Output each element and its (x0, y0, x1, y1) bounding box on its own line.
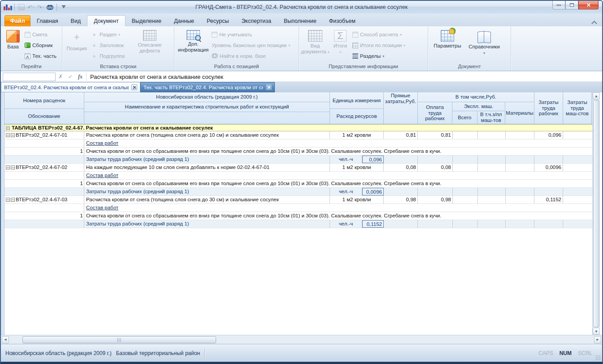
section-button: +Раздел▾ (89, 30, 134, 39)
position-row[interactable]: −−ВТЕРтэ02_02.4-67-02 На каждые последую… (4, 164, 592, 172)
status-bar: Новосибирская область (редакция 2009 г.)… (1, 344, 602, 362)
resource-row[interactable]: Затраты труда рабочих (средний разряд 1)… (4, 188, 592, 196)
doc-tab-estimate[interactable]: ВТЕРтэ02_02.4. Расчистка кровли от снега… (1, 82, 140, 92)
doc-tab-tech-part[interactable]: Тех. часть ВТЕРтэ02_02.4. Расчистка кров… (140, 82, 275, 92)
chevron-down-icon: ▾ (288, 43, 290, 48)
header-col-numbers[interactable]: Номера расценок Обоснование (4, 92, 84, 124)
tab-vid[interactable]: Вид (65, 15, 87, 26)
app-logo-icon[interactable] (4, 3, 12, 11)
tab-dokument[interactable]: Документ (87, 15, 125, 26)
header-col-labor-machinists[interactable]: Затраты труда маш-стов (563, 92, 592, 124)
vertical-scrollbar[interactable]: ▲ ▼ (592, 92, 600, 335)
resource-row[interactable]: Затраты труда рабочих (средний разряд 1)… (4, 156, 592, 164)
tab-vydelenie[interactable]: Выделение (126, 15, 168, 26)
function-button[interactable]: fx (75, 73, 85, 81)
tab-resursy[interactable]: Ресурсы (200, 15, 235, 26)
resource-qty-cell[interactable]: 0,096 (362, 156, 384, 163)
tab-file[interactable]: Файл (4, 15, 30, 26)
chevron-down-icon: ▾ (42, 5, 44, 9)
direct-costs-value: 0,98 (384, 196, 418, 204)
status-district: Базовый территориальный район (116, 350, 205, 356)
tab-ekspertiza[interactable]: Экспертиза (235, 15, 278, 26)
horizontal-scroll-thumb[interactable]: ||| (22, 336, 216, 343)
work-text-row: 1 Очистка кровли от снега со сбрасывание… (4, 212, 592, 220)
collapse-icon[interactable]: − (6, 198, 10, 202)
parameters-button[interactable]: Параметры (430, 28, 465, 62)
name-box-input[interactable] (3, 73, 56, 81)
minimize-button[interactable] (552, 1, 565, 9)
scroll-right-button[interactable]: ► (594, 336, 601, 343)
close-tab-icon[interactable] (266, 84, 272, 90)
chevron-down-icon: ▾ (382, 54, 384, 58)
works-link-row: Состав работ (4, 172, 592, 180)
chevron-down-icon: ▾ (33, 5, 35, 9)
scroll-left-button[interactable]: ◄ (2, 336, 9, 343)
position-row[interactable]: −−ВТЕРтэ02_02.4-67-03 Расчистка кровли о… (4, 196, 592, 204)
collapse-icon[interactable]: − (11, 198, 15, 202)
sections-button[interactable]: Разделы▾ (351, 52, 423, 61)
status-region: Новосибирская область (редакция 2009 г.) (1, 350, 116, 356)
close-button[interactable] (578, 1, 599, 9)
customize-qat-button[interactable]: ▼ (60, 3, 68, 11)
machines-total-value (453, 196, 478, 204)
collapse-icon[interactable]: − (6, 165, 10, 169)
close-tab-icon[interactable] (131, 84, 137, 90)
scroll-down-button[interactable]: ▼ (593, 328, 600, 335)
materials-value (506, 164, 534, 171)
heading-button: +Заголовок (89, 41, 134, 50)
maximize-button[interactable] (565, 1, 578, 9)
header-col-direct[interactable]: Прямые затраты,Руб. (384, 92, 418, 124)
header-col-materials[interactable]: Материалы (505, 102, 534, 124)
header-unit: Единица измерения (330, 92, 383, 109)
resource-name: Затраты труда рабочих (средний разряд 1) (84, 220, 330, 228)
sbornik-button[interactable]: Сборник (23, 41, 58, 50)
table-group-row[interactable]: − ТАБЛИЦА ВТЕРтэ02_02.4-67. Расчистка кр… (4, 124, 592, 131)
works-composition-link[interactable]: Состав работ (86, 205, 118, 210)
resize-grip[interactable] (595, 355, 601, 360)
horizontal-scrollbar[interactable]: ◄ ||| ► (1, 335, 602, 344)
collapse-ribbon-button[interactable] (592, 20, 597, 24)
check-icon: ✓ (68, 74, 73, 80)
header-col-labor-workers[interactable]: Затраты труда рабочих (534, 92, 563, 124)
resource-row[interactable]: Затраты труда рабочих (средний разряд 1)… (4, 220, 592, 228)
position-button: + Позиция (64, 28, 89, 62)
position-row[interactable]: −−ВТЕРтэ02_02.4-67-01 Расчистка кровли о… (4, 131, 592, 139)
labor-pay-value: 0,98 (418, 196, 453, 204)
vertical-scroll-thumb[interactable] (593, 100, 599, 327)
scroll-up-button[interactable]: ▲ (593, 92, 600, 100)
doc-view-label: Вид документа ▾ (301, 43, 330, 55)
resource-qty-cell[interactable]: 0,1152 (362, 220, 384, 228)
formula-value[interactable]: Расчистка кровли от снега и скалывание с… (87, 74, 602, 80)
collapse-icon[interactable]: − (6, 126, 10, 130)
collapse-icon[interactable]: − (11, 133, 15, 137)
header-numbers: Номера расценок (4, 92, 84, 109)
group-label-document: Документ (428, 64, 511, 70)
extra-info-button[interactable]: Доп. информация (176, 28, 210, 62)
header-machines-wages[interactable]: В т.ч.з/пл маш-тов (477, 111, 505, 124)
header-col-machines[interactable]: Экспл. маш. Всего В т.ч.з/пл маш-тов (452, 102, 505, 124)
references-button[interactable]: Справочники▾ (465, 28, 503, 62)
tab-glavnaya[interactable]: Главная (30, 15, 65, 26)
header-machines-total[interactable]: Всего (452, 111, 477, 124)
machines-total-value (453, 164, 478, 171)
tech-part-button[interactable]: Тех. часть (23, 52, 58, 61)
grid-body: − ТАБЛИЦА ВТЕРтэ02_02.4-67. Расчистка кр… (4, 124, 592, 335)
header-col-name[interactable]: Новосибирская область (редакция 2009 г.)… (84, 92, 330, 124)
works-composition-link[interactable]: Состав работ (86, 140, 118, 146)
labor-machinists-value (563, 164, 592, 171)
tab-fizobyem[interactable]: Физобъем (323, 15, 362, 26)
tab-dannye[interactable]: Данные (168, 15, 200, 26)
sbornik-label: Сборник (32, 43, 53, 48)
chevron-down-icon: ▾ (403, 43, 405, 48)
collapse-icon[interactable]: − (11, 165, 15, 169)
header-col-labor-pay[interactable]: Оплата труда рабочих (418, 102, 452, 124)
header-col-unit[interactable]: Единица измерения Расход ресурсов (330, 92, 384, 124)
resource-qty-cell[interactable]: 0,0096 (362, 188, 384, 195)
works-composition-link[interactable]: Состав работ (86, 173, 118, 178)
base-button[interactable]: База (3, 28, 23, 62)
find-button[interactable] (46, 3, 54, 11)
position-unit: 1 м2 кровли (330, 131, 384, 139)
collapse-icon[interactable]: − (6, 133, 10, 137)
table-magnifier-icon (187, 30, 200, 40)
tab-vypolnenie[interactable]: Выполнение (278, 15, 323, 26)
